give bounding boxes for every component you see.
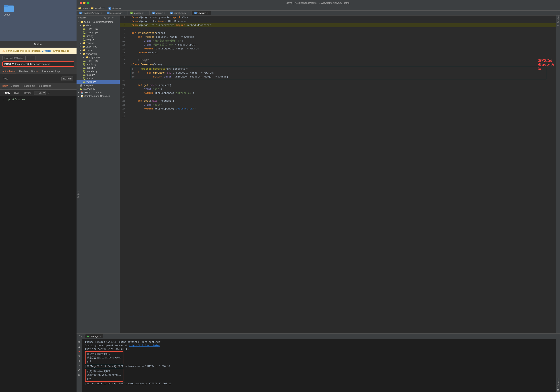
resp-tab-test-results[interactable]: Test Results (38, 85, 51, 88)
tab-demo-urls[interactable]: p demo/urls.py × (168, 10, 191, 15)
close-icon[interactable]: × (146, 12, 147, 14)
format-preview[interactable]: Preview (21, 91, 32, 95)
gear-icon[interactable]: ✦ (112, 16, 114, 19)
tab-viewdemo-urls[interactable]: p viewdemo/urls.py × (77, 10, 104, 15)
sidebar-toolbar: Project ▾ ⚙ ⇄ ✦ — (77, 16, 120, 20)
resp-tab-headers[interactable]: Headers (5) (23, 85, 35, 88)
console-box-1: 自定义装饰器被调用了 请求的路径:/view/demoview/ get (85, 352, 123, 364)
stop-icon[interactable]: ■ (77, 349, 81, 353)
close-icon[interactable]: × (101, 12, 102, 14)
tl-red[interactable] (80, 2, 82, 4)
trash-icon[interactable]: 🗑 (77, 373, 82, 377)
expand-arrow: ▶ (80, 49, 81, 51)
tree-scratches[interactable]: ▶ 📝 Scratches and Consoles (77, 94, 120, 98)
py-icon: 🐍 (83, 70, 86, 73)
tree-manage-label: manage.py (83, 88, 95, 90)
close-icon[interactable]: × (207, 12, 208, 14)
pause-icon[interactable]: ⏸ (77, 359, 82, 363)
download-link[interactable]: Download (42, 50, 51, 52)
tree-db-sqlite[interactable]: 🗄 db.sqlite3 (77, 84, 120, 87)
sync-icon[interactable]: ⇄ (108, 16, 110, 19)
tab-wsgi[interactable]: p wsgi.py × (150, 10, 168, 15)
tree-wsgi-py[interactable]: 🐍 wsgi.py (77, 38, 120, 41)
scroll-down-icon[interactable]: ▼ (77, 354, 82, 358)
tree-init-py1[interactable]: 🐍 __init__.py (77, 27, 120, 31)
tab-body[interactable]: Body ● (31, 70, 38, 74)
run-tab-close[interactable]: × (100, 335, 101, 337)
tree-reqresp[interactable]: ▶ 📁 reqresp (77, 41, 120, 45)
settings2-icon[interactable]: ⚙ (77, 368, 82, 372)
tree-models-py[interactable]: 🐍 models.py (77, 70, 120, 73)
tree-urls-py1[interactable]: 🐍 urls.py (77, 34, 120, 38)
resp-tab-body[interactable]: Body (2, 85, 8, 88)
tab-users-urls[interactable]: p users/urls.py × (104, 10, 128, 15)
tree-static[interactable]: ▶ 📁 static_files (77, 45, 120, 49)
tab-headers[interactable]: Headers (19, 70, 28, 74)
tl-yellow[interactable] (83, 2, 86, 4)
resp-tab-cookies[interactable]: Cookies (11, 85, 19, 88)
tree-migrations[interactable]: ▶ 📁 migrations (77, 56, 120, 59)
tl-green[interactable] (87, 2, 89, 4)
breadcrumb-demo[interactable]: 📁 demo (78, 7, 88, 10)
tree-users[interactable]: ▶ 📁 users (77, 49, 120, 52)
auth-type-label: Type (3, 77, 8, 80)
wrap-icon[interactable]: ⇌ (48, 91, 50, 94)
breadcrumb-viewdemo[interactable]: 📁 viewdemo (91, 7, 105, 10)
restart-icon[interactable]: ↺ (77, 340, 82, 344)
format-select[interactable]: HTML JSON XML (34, 91, 46, 95)
folder-icon-viewdemo: 📁 (91, 7, 94, 10)
tab-authorization[interactable]: Authorization (2, 70, 16, 74)
tab-menu-btn[interactable]: ··· (30, 56, 36, 60)
tree-tests-py[interactable]: 🐍 tests.py (77, 73, 120, 77)
tree-apps-py[interactable]: 🐍 apps.py (77, 66, 120, 70)
favorites-sidebar: 2: Favorites ★ (556, 339, 560, 392)
ide-toolbar: 📁 demo › 📁 viewdemo › p views.py (77, 6, 560, 10)
chrome-warning: ⚠ Chrome apps are being deprecated. Down… (0, 48, 77, 54)
server-link[interactable]: http://127.0.0.1:8000/ (129, 344, 160, 347)
close-sidebar-icon[interactable]: — (116, 16, 118, 19)
code-line-29: 29 (120, 115, 556, 119)
scroll-up-icon[interactable]: ▲ (77, 345, 82, 349)
code-line-27: 27 return HttpResponse('postfunc ok') (120, 107, 556, 111)
auth-type-value[interactable]: No Auth (61, 77, 73, 81)
tree-manage-py[interactable]: 🐍 manage.py (77, 87, 120, 91)
close-icon[interactable]: × (124, 12, 125, 14)
ide-title: demo [~/Desktop/code/demo] - .../viewdem… (287, 1, 350, 4)
url-input[interactable] (15, 63, 72, 66)
format-raw[interactable]: Raw (13, 91, 20, 95)
tree-init-label2: __init__.py (87, 60, 98, 62)
tree-demo-folder[interactable]: ▼ 📁 demo (77, 24, 120, 27)
tree-views-py[interactable]: 🐍 views.py (77, 80, 120, 84)
tab-manage[interactable]: m manage.py × (128, 10, 150, 15)
run-tab[interactable]: ▶ manage × (85, 334, 103, 338)
star-icon[interactable]: ★ (557, 388, 560, 391)
folder-icon (4, 4, 14, 12)
url-tab[interactable]: localhost:8000/view (2, 56, 26, 60)
add-tab-btn[interactable]: + (26, 56, 30, 60)
method-selector[interactable]: POST ∨ (4, 63, 14, 66)
tree-viewdemo[interactable]: ▼ 📁 viewdemo (77, 52, 120, 56)
desktop-area: eeeee (0, 0, 77, 41)
tree-tests-label: tests.py (87, 74, 95, 76)
expand-arrow: ▶ (78, 95, 80, 97)
tree-admin-py[interactable]: 🐍 admin.py (77, 63, 120, 66)
expand-arrow: ▶ (78, 92, 80, 94)
tree-external-libraries[interactable]: ▶ 📚 External Libraries (77, 91, 120, 94)
format-pretty[interactable]: Pretty (2, 91, 11, 95)
code-line-12: 12 return func(request, *args, **kwargs (120, 47, 556, 51)
close-icon[interactable]: × (164, 12, 165, 14)
tree-urls-py2[interactable]: 🐍 urls.py (77, 77, 120, 80)
tab-views[interactable]: p views.py × (191, 10, 211, 15)
tab-pre-request[interactable]: Pre-request Script (41, 70, 60, 74)
annotation-box: 重写父类的dispatch方法 (538, 59, 554, 71)
tree-settings-py[interactable]: 🐍 settings.py (77, 31, 120, 34)
breadcrumb-views[interactable]: p views.py (109, 7, 121, 10)
close-icon[interactable]: × (188, 12, 189, 14)
tree-root[interactable]: ▼ 📁 demo ~/Desktop/code/demo (77, 20, 120, 24)
tree-views-label: views.py (87, 81, 96, 83)
tree-init-py2[interactable]: 🐍 __init__.py (77, 59, 120, 63)
clear-icon[interactable]: ≡ (77, 363, 81, 367)
code-line-5: 5 from django.http import HttpResponse (120, 20, 556, 23)
settings-icon[interactable]: ⚙ (104, 16, 107, 19)
console-line-1: Django version 1.11.11, using settings '… (85, 340, 553, 344)
